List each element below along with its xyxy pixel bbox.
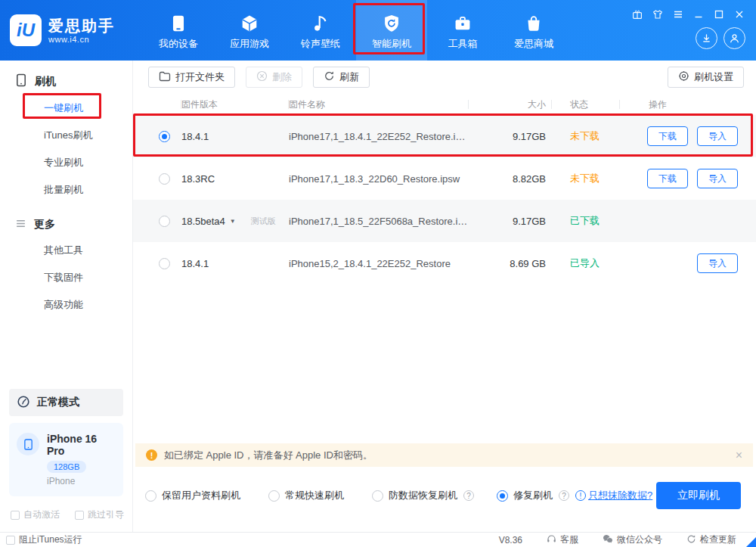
warning-icon: ! [146, 449, 157, 461]
download-button[interactable]: 下载 [647, 126, 688, 146]
user-account-button[interactable] [723, 27, 745, 49]
device-name: iPhone 16 Pro [47, 433, 116, 457]
download-manager-button[interactable] [696, 27, 717, 49]
nav-item-toolbox[interactable]: 工具箱 [427, 0, 498, 61]
flash-now-button[interactable]: 立即刷机 [656, 482, 741, 509]
table-body: 18.4.1 iPhone17,1_18.4.1_22E252_Restore.… [133, 115, 756, 284]
firmware-version: 18.3RC [181, 173, 215, 185]
option-label: 保留用户资料刷机 [162, 489, 240, 502]
option-radio[interactable] [145, 490, 156, 502]
sidebar-section-flash: 刷机 [0, 68, 132, 95]
main-nav: 我的设备 应用游戏 铃声壁纸 智能刷机 [143, 0, 569, 61]
info-icon: ! [575, 490, 586, 501]
nav-item-my-devices[interactable]: 我的设备 [143, 0, 214, 61]
app-logo[interactable]: iU 爱思助手 www.i4.cn [0, 0, 133, 61]
status-bar: 阻止iTunes运行 V8.36 客服 微信公众号 检查更新 [0, 532, 756, 547]
firmware-name: iPhone15,2_18.4.1_22E252_Restore [289, 258, 469, 269]
status-badge: 已下载 [552, 214, 620, 228]
block-itunes-checkbox[interactable]: 阻止iTunes运行 [6, 533, 82, 546]
nav-item-mall[interactable]: 爱思商城 [498, 0, 569, 61]
skin-icon[interactable] [652, 8, 664, 20]
resize-corner[interactable] [746, 537, 756, 547]
firmware-row-2[interactable]: 18.3RC iPhone17,1_18.3_22D60_Restore.ips… [133, 157, 756, 200]
app-title: 爱思助手 [48, 17, 115, 35]
menu-icon[interactable] [672, 8, 684, 20]
toolbar: 打开文件夹 删除 刷新 [133, 61, 756, 94]
option-radio[interactable] [497, 490, 508, 502]
row-radio[interactable] [159, 173, 170, 185]
delete-label: 删除 [272, 70, 292, 84]
wechat-icon [603, 534, 613, 545]
capacity-badge: 128GB [47, 461, 86, 473]
chevron-down-icon[interactable]: ▼ [230, 218, 236, 225]
nav-label: 爱思商城 [514, 37, 553, 51]
skip-setup-checkbox[interactable]: 跳过引导 [75, 508, 124, 521]
open-folder-label: 打开文件夹 [175, 70, 225, 84]
firmware-row-4[interactable]: 18.4.1 iPhone15,2_18.4.1_22E252_Restore … [133, 242, 756, 284]
skip-setup-label: 跳过引导 [88, 508, 124, 521]
nav-label: 智能刷机 [372, 37, 411, 51]
option-radio[interactable] [268, 490, 280, 502]
toolbox-icon [453, 11, 472, 33]
customer-service-label: 客服 [560, 533, 578, 546]
sidebar-item-batch-flash[interactable]: 批量刷机 [0, 176, 132, 204]
option-normal-flash[interactable]: 常规快速刷机 [268, 489, 344, 502]
nav-item-smart-flash[interactable]: 智能刷机 [356, 0, 427, 61]
download-button[interactable]: 下载 [647, 169, 688, 188]
checkbox-icon [75, 511, 84, 520]
option-repair-flash[interactable]: 修复刷机 [497, 489, 553, 502]
header-size: 大小 [469, 94, 552, 115]
sidebar-item-one-click-flash[interactable]: 一键刷机 [0, 95, 132, 122]
mall-icon [524, 11, 544, 33]
nav-item-ringtones[interactable]: 铃声壁纸 [285, 0, 356, 61]
device-mode-button[interactable]: 正常模式 [9, 389, 123, 416]
status-badge: 已导入 [552, 256, 620, 270]
firmware-size: 8.69 GB [469, 258, 552, 269]
import-button[interactable]: 导入 [697, 126, 738, 146]
firmware-row-3[interactable]: 18.5beta4 ▼ 测试版 iPhone17,1_18.5_22F5068a… [133, 200, 756, 242]
wechat-link[interactable]: 微信公众号 [603, 533, 662, 546]
row-radio[interactable] [159, 216, 170, 227]
close-icon[interactable] [733, 8, 745, 20]
auto-activate-checkbox[interactable]: 自动激活 [11, 508, 60, 521]
customer-service-link[interactable]: 客服 [547, 533, 578, 546]
delete-button[interactable]: 删除 [246, 67, 302, 88]
sidebar-item-other-tools[interactable]: 其他工具 [0, 237, 132, 264]
header-status: 状态 [552, 94, 620, 115]
flash-settings-label: 刷机设置 [694, 70, 733, 84]
help-icon[interactable]: ? [559, 490, 569, 501]
flash-settings-button[interactable]: 刷机设置 [668, 67, 744, 88]
header-radio-col [133, 94, 181, 115]
help-icon[interactable]: ? [463, 490, 474, 501]
row-radio[interactable] [159, 258, 170, 269]
notice-close-icon[interactable]: × [736, 449, 742, 462]
open-folder-button[interactable]: 打开文件夹 [148, 67, 235, 88]
option-anti-recovery[interactable]: 防数据恢复刷机 [372, 489, 457, 502]
firmware-name: iPhone17,1_18.5_22F5068a_Restore.ipsw [289, 216, 469, 227]
auto-activate-label: 自动激活 [23, 508, 60, 521]
status-badge: 未下载 [552, 129, 620, 143]
sidebar-item-advanced[interactable]: 高级功能 [0, 291, 132, 319]
sidebar-item-download-firmware[interactable]: 下载固件 [0, 264, 132, 291]
sidebar-item-pro-flash[interactable]: 专业刷机 [0, 149, 132, 176]
sidebar-item-itunes-flash[interactable]: iTunes刷机 [0, 122, 132, 149]
erase-data-link[interactable]: 只想抹除数据? [588, 489, 652, 502]
firmware-size: 9.17GB [469, 131, 552, 142]
row-radio[interactable] [159, 131, 170, 142]
firmware-row-1[interactable]: 18.4.1 iPhone17,1_18.4.1_22E252_Restore.… [133, 115, 756, 157]
app-subtitle: www.i4.cn [48, 35, 115, 44]
option-radio[interactable] [372, 490, 383, 502]
gift-icon[interactable] [631, 8, 643, 20]
check-update-link[interactable]: 检查更新 [686, 533, 736, 546]
import-button[interactable]: 导入 [697, 169, 738, 188]
nav-item-apps-games[interactable]: 应用游戏 [214, 0, 285, 61]
update-icon [686, 534, 696, 546]
maximize-icon[interactable] [713, 8, 725, 20]
device-type: iPhone [47, 476, 116, 486]
refresh-button[interactable]: 刷新 [313, 67, 370, 88]
minimize-icon[interactable] [692, 8, 705, 20]
header-right [631, 0, 756, 61]
option-keep-data[interactable]: 保留用户资料刷机 [145, 489, 240, 502]
device-card[interactable]: iPhone 16 Pro 128GB iPhone [9, 423, 123, 496]
import-button[interactable]: 导入 [697, 253, 738, 273]
